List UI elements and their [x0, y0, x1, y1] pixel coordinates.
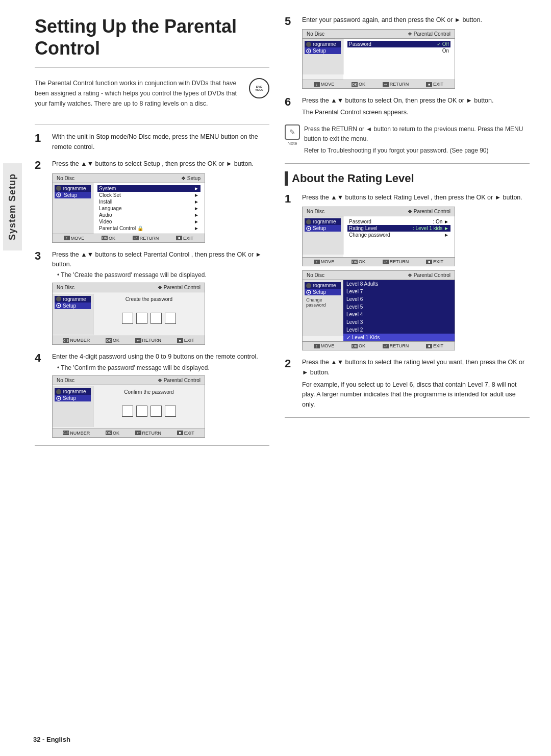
menu-video: Video►	[97, 218, 201, 225]
changepwd-label-r1b: Change password	[305, 296, 341, 309]
level-8: Level 8 Adults	[343, 280, 455, 288]
step-5-text: Enter your password again, and then pres…	[302, 15, 530, 25]
screen-right-r1a: Password: On ► Rating Level: Level 1 kid…	[343, 216, 455, 257]
footer-return-2: ↩RETURN	[133, 236, 159, 241]
divider-section2	[285, 163, 530, 164]
screen-mockup-rating1b: No Disc ❖ Parental Control rogramme Setu…	[302, 270, 455, 350]
step-1: 1 With the unit in Stop mode/No Disc mod…	[35, 132, 269, 152]
footer-exit-2: ■EXIT	[176, 236, 193, 241]
step-6-number: 6	[285, 96, 297, 108]
menu-system: System►	[97, 185, 201, 192]
note-label: Note	[285, 141, 300, 146]
svg-point-9	[308, 228, 310, 229]
screen-header-left-4: No Disc	[57, 377, 74, 383]
pwd-box-3	[151, 313, 162, 324]
screen-prog-3: rogramme	[55, 296, 91, 303]
screen-footer-4: 0-9NUMBER OKOK ↩RETURN ■EXIT	[53, 429, 205, 437]
screen-header-4: No Disc ❖ Parental Control	[53, 376, 205, 385]
r5-password: Password✓ Off	[347, 41, 450, 47]
svg-point-11	[308, 291, 310, 293]
footer-exit-r1a: ■EXIT	[426, 259, 443, 264]
page-container: System Setup Setting Up the Parental Con…	[0, 0, 551, 756]
step-6-text: Press the ▲▼ buttons to select On, then …	[302, 96, 530, 106]
step-4: 4 Enter the 4-digit password using the 0…	[35, 352, 269, 437]
menu-audio: Audio►	[97, 212, 201, 218]
note-text-2: Refer to Troubleshooting if you forgot y…	[304, 146, 530, 156]
screen-header-left-2: No Disc	[57, 175, 74, 181]
password-boxes-3	[122, 313, 176, 324]
step-5: 5 Enter your password again, and then pr…	[285, 15, 530, 89]
screen-body-2: rogramme Setup System► Clock Set►	[53, 183, 205, 234]
footer-exit-5: ■EXIT	[426, 82, 443, 87]
screen-header-r1b: No Disc ❖ Parental Control	[303, 271, 455, 280]
screen-header-2: No Disc ❖ Setup	[53, 174, 205, 183]
step-4-number: 4	[35, 352, 47, 364]
footer-move-r1b: ↕MOVE	[314, 343, 335, 348]
intro-text: The Parental Control function works in c…	[35, 78, 269, 109]
rating-step-2-detail: For example, if you select up to Level 6…	[302, 380, 530, 410]
screen-footer-5: ↕MOVE OKOK ↩RETURN ■EXIT	[303, 80, 455, 88]
r1a-password: Password: On ►	[347, 218, 450, 225]
dvd-icon: DVD VIDEO	[249, 78, 269, 98]
screen-left-2: rogramme Setup	[53, 183, 93, 234]
screen-header-left-5: No Disc	[307, 31, 324, 37]
section2-heading: About the Rating Level	[285, 171, 530, 186]
menu-install: Install►	[97, 198, 201, 205]
step-2-text: Press the ▲▼ buttons to select Setup , t…	[52, 159, 269, 169]
screen-header-right-4: ❖ Parental Control	[158, 377, 201, 383]
screen-right-menu-2: System► Clock Set► Install► Language► Au…	[97, 185, 201, 232]
page-footer: 32 - English	[33, 736, 70, 743]
screen-footer-r1a: ↕MOVE OKOK ↩RETURN ■EXIT	[303, 257, 455, 266]
step-6-content: Press the ▲▼ buttons to select On, then …	[302, 96, 530, 117]
create-pwd-text: Create the password	[126, 296, 172, 302]
r5-on: On	[347, 47, 450, 54]
right-column: 5 Enter your password again, and then pr…	[285, 15, 530, 741]
section2-title: About the Rating Level	[292, 172, 414, 185]
footer-move-2: ↕MOVE	[64, 236, 85, 241]
step-3-content: Press the ▲▼ buttons to select Parental …	[52, 250, 269, 345]
screen-body-5: rogramme Setup Password✓ Off On	[303, 39, 455, 80]
screen-left-3: rogramme Setup	[53, 294, 93, 335]
screen-mockup-step3: No Disc ❖ Parental Control rogramme Setu…	[52, 283, 205, 345]
screen-left-r1b: rogramme Setup Change password	[303, 280, 343, 336]
screen-header-right-2: ❖ Setup	[181, 175, 201, 181]
screen-setup-2: Setup	[55, 192, 91, 198]
footer-ok-5: OKOK	[352, 82, 365, 87]
screen-mockup-step2: No Disc ❖ Setup rogramme Setup	[52, 173, 205, 243]
pwd-box-4	[165, 313, 176, 324]
footer-exit-4: ■EXIT	[177, 431, 194, 436]
screen-setup-3: Setup	[55, 303, 91, 309]
screen-right-r1b: Level 8 Adults Level 7 Level 6 Level 5 L…	[343, 280, 455, 341]
prog-r1b: rogramme	[305, 282, 341, 289]
section-bar	[285, 171, 288, 186]
rating-step-1-text: Press the ▲▼ buttons to select Rating Le…	[302, 193, 530, 203]
footer-ok-2: OKOK	[102, 236, 115, 241]
pwd-box-c2	[136, 406, 147, 417]
screen-header-5: No Disc ❖ Parental Control	[303, 30, 455, 39]
footer-return-r1a: ↩RETURN	[383, 259, 409, 264]
step-3-text: Press the ▲▼ buttons to select Parental …	[52, 250, 269, 270]
left-column: Setting Up the Parental Control DVD VIDE…	[35, 15, 269, 741]
screen-mockup-rating1a: No Disc ❖ Parental Control rogramme Setu…	[302, 207, 455, 266]
rating-step-2: 2 Press the ▲▼ buttons to select the rat…	[285, 358, 530, 410]
divider-1	[35, 124, 269, 124]
level-4: Level 4	[343, 311, 455, 318]
footer-exit-3: ■EXIT	[177, 338, 194, 343]
screen-body-r1a: rogramme Setup Password: On ► R	[303, 216, 455, 257]
rating-step-2-number: 2	[285, 358, 297, 370]
screen-body-3: rogramme Setup Create the password	[53, 292, 205, 336]
svg-point-3	[58, 305, 60, 307]
rating-step-2-content: Press the ▲▼ buttons to select the ratin…	[302, 358, 530, 410]
password-boxes-4	[122, 406, 176, 417]
screen-header-right-r1a: ❖ Parental Control	[408, 209, 450, 214]
menu-clockset: Clock Set►	[97, 192, 201, 198]
step-5-number: 5	[285, 15, 297, 28]
screen-header-left-r1a: No Disc	[307, 209, 324, 214]
step-2-content: Press the ▲▼ buttons to select Setup , t…	[52, 159, 269, 242]
level-6: Level 6	[343, 295, 455, 303]
page-title: Setting Up the Parental Control	[35, 15, 269, 68]
rating-step-1-content: Press the ▲▼ buttons to select Rating Le…	[302, 193, 530, 350]
footer-return-4: ↩RETURN	[135, 431, 162, 436]
svg-point-5	[58, 397, 60, 399]
main-content: Setting Up the Parental Control DVD VIDE…	[24, 0, 551, 756]
